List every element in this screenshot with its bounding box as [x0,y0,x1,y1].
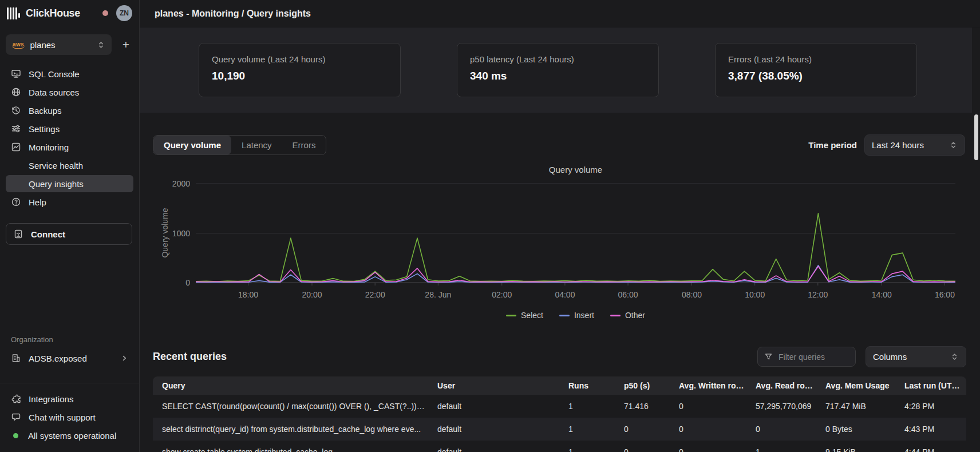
organization-item[interactable]: ADSB.exposed [6,350,133,367]
column-header[interactable]: Runs [563,381,618,390]
legend-label: Select [521,311,543,320]
recent-queries-title: Recent queries [153,351,227,363]
column-header[interactable]: Avg. Read rows [750,381,820,390]
recent-queries-table: QueryUserRunsp50 (s)Avg. Written rowsAvg… [153,376,966,452]
app-title: ClickHouse [26,7,80,19]
table-cell: default [432,425,563,434]
scrollbar-thumb[interactable] [974,114,978,160]
sidebar-item-help[interactable]: Help [6,193,133,211]
sidebar-item-label: Settings [29,124,60,134]
sidebar-item-label: Chat with support [29,413,96,422]
sidebar: ClickHouse ZN aws planes + SQL Console D… [0,0,140,452]
table-cell: 1 [563,402,618,411]
table-cell: SELECT CAST(round(pow(count() / max(coun… [153,402,432,411]
sidebar-item-label: Integrations [29,394,73,404]
sidebar-item-monitoring[interactable]: Monitoring [6,138,133,156]
table-row[interactable]: SELECT CAST(round(pow(count() / max(coun… [153,395,966,418]
legend-item-insert[interactable]: Insert [559,311,594,320]
x-axis-tick-label: 08:00 [682,290,702,299]
column-header[interactable]: Last run (UTC)^ [899,381,966,390]
table-row[interactable]: show create table system.distributed_cac… [153,441,966,452]
chart-area: Query volume 01000200018:0020:0022:0028.… [163,177,980,310]
stat-card-errors: Errors (Last 24 hours) 3,877 (38.05%) [715,43,917,97]
service-selector[interactable]: aws planes [6,34,112,55]
column-header[interactable]: Avg. Mem Usage [820,381,899,390]
legend-label: Other [625,311,645,320]
organization-name: ADSB.exposed [29,354,87,363]
time-period-value: Last 24 hours [872,140,924,150]
y-axis-tick-label: 2000 [172,179,190,188]
column-header[interactable]: User [432,381,563,390]
recent-queries-header: Recent queries Columns [153,346,966,367]
notification-dot-icon[interactable] [102,10,108,16]
x-axis-tick-label: 14:00 [872,290,892,299]
help-icon [11,197,21,207]
metric-tab-group: Query volume Latency Errors [153,135,326,155]
sidebar-item-label: Data sources [29,88,79,97]
stat-label: Errors (Last 24 hours) [728,54,904,64]
x-axis-tick-label: 18:00 [238,290,258,299]
legend-item-select[interactable]: Select [506,311,543,320]
table-cell: 71.416 [618,402,673,411]
sidebar-item-service-health[interactable]: Service health [6,157,133,174]
sidebar-nav: SQL Console Data sources Backups Setting… [6,65,133,212]
legend-swatch [559,315,570,316]
sidebar-item-settings[interactable]: Settings [6,120,133,137]
x-axis-tick-label: 10:00 [745,290,765,299]
table-cell: 4:28 PM [899,402,966,411]
sidebar-item-data-sources[interactable]: Data sources [6,84,133,101]
table-cell: 0 [673,447,750,452]
organization-section-label: Organization [6,335,133,344]
table-header-row: QueryUserRunsp50 (s)Avg. Written rowsAvg… [153,376,966,395]
x-axis-tick-label: 12:00 [808,290,828,299]
table-cell: 57,295,770,069 [750,402,820,411]
time-period-label: Time period [808,140,857,150]
system-status-label: All systems operational [28,431,116,441]
tab-errors[interactable]: Errors [282,136,326,154]
add-service-button[interactable]: + [118,37,133,52]
clickhouse-logo-icon [7,7,20,19]
table-row[interactable]: select distrinct(query_id) from system.d… [153,418,966,441]
chevron-updown-icon [949,141,958,149]
stat-value: 10,190 [212,70,388,82]
column-header[interactable]: Avg. Written rows [673,381,750,390]
backups-icon [11,105,21,116]
table-cell: 0 [750,425,820,434]
funnel-icon [764,352,773,361]
sidebar-item-backups[interactable]: Backups [6,102,133,119]
x-axis-tick-label: 02:00 [492,290,512,299]
table-cell: 1 [563,425,618,434]
table-cell: 0 [618,425,673,434]
main-content: planes - Monitoring / Query insights Que… [140,0,980,452]
sidebar-item-integrations[interactable]: Integrations [6,390,133,407]
monitoring-icon [11,142,21,152]
tab-latency[interactable]: Latency [231,136,282,154]
filter-queries-input[interactable] [777,352,840,362]
table-cell: 0 [673,425,750,434]
user-avatar[interactable]: ZN [116,5,132,21]
sidebar-item-label: Query insights [29,179,84,189]
table-cell: show create table system.distributed_cac… [153,447,432,452]
tab-query-volume[interactable]: Query volume [153,136,231,154]
query-volume-chart: 01000200018:0020:0022:0028. Jun02:0004:0… [163,177,971,310]
legend-swatch [506,315,516,316]
time-period-select[interactable]: Last 24 hours [864,134,965,156]
system-status-item[interactable]: All systems operational [6,427,133,444]
sidebar-item-query-insights[interactable]: Query insights [6,175,133,192]
connect-button[interactable]: Connect [6,223,132,245]
columns-select[interactable]: Columns [866,346,966,367]
data-sources-icon [11,87,21,97]
stat-card-p50-latency: p50 latency (Last 24 hours) 340 ms [457,43,659,97]
table-cell: default [432,402,563,411]
status-ok-dot-icon [13,433,18,438]
sort-asc-icon: ^ [963,382,966,390]
filter-queries-box[interactable] [757,347,856,367]
chevron-updown-icon [97,41,105,49]
chevron-updown-icon [950,352,959,361]
column-header[interactable]: p50 (s) [618,381,673,390]
sidebar-item-sql-console[interactable]: SQL Console [6,65,133,82]
column-header[interactable]: Query [153,381,432,390]
legend-item-other[interactable]: Other [610,311,645,320]
sidebar-item-chat-support[interactable]: Chat with support [6,409,133,426]
chart-title: Query volume [140,165,955,175]
